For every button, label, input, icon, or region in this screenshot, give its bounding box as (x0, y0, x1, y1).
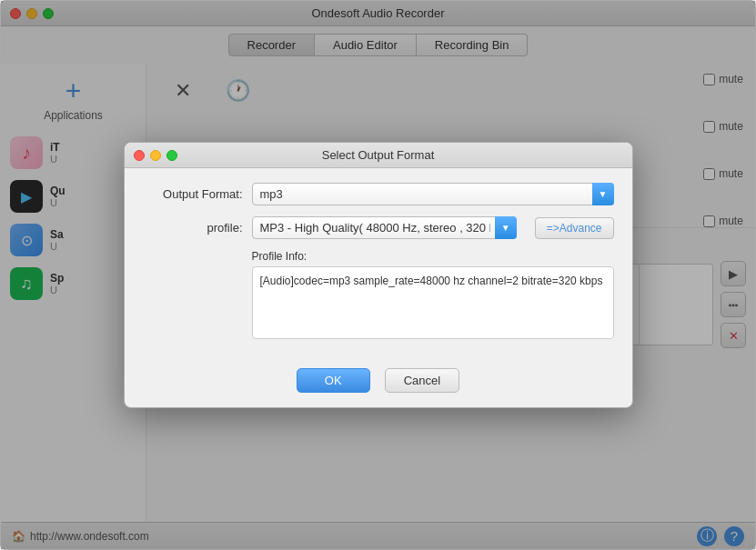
profile-info-label: Profile Info: (252, 250, 614, 263)
output-format-select[interactable]: mp3 (252, 183, 614, 205)
profile-row: profile: MP3 - High Quality( 48000 Hz, s… (143, 216, 614, 239)
modal-title-bar: Select Output Format (125, 143, 632, 168)
modal-title: Select Output Format (322, 148, 435, 162)
modal-footer: OK Cancel (125, 368, 632, 407)
ok-button[interactable]: OK (297, 368, 370, 393)
output-format-select-wrapper: mp3 ▼ (252, 183, 614, 205)
profile-info-text: [Audio]codec=mp3 sample_rate=48000 hz ch… (260, 275, 603, 287)
modal-maximize-button[interactable] (166, 150, 177, 161)
profile-select[interactable]: MP3 - High Quality( 48000 Hz, stereo , 3… (252, 216, 517, 239)
advance-button[interactable]: =>Advance (535, 217, 614, 239)
modal-traffic-lights (134, 150, 177, 161)
modal-overlay: Select Output Format Output Format: mp3 … (1, 1, 755, 549)
modal-close-button[interactable] (134, 150, 145, 161)
modal-body: Output Format: mp3 ▼ profile: MP3 - High… (125, 168, 632, 368)
cancel-button[interactable]: Cancel (385, 368, 459, 393)
profile-label: profile: (143, 221, 243, 235)
profile-info-box: [Audio]codec=mp3 sample_rate=48000 hz ch… (252, 266, 614, 339)
output-format-row: Output Format: mp3 ▼ (143, 183, 614, 205)
profile-select-wrapper: MP3 - High Quality( 48000 Hz, stereo , 3… (252, 216, 517, 239)
output-format-label: Output Format: (143, 187, 243, 201)
profile-info-section: Profile Info: [Audio]codec=mp3 sample_ra… (143, 250, 614, 339)
select-output-format-dialog: Select Output Format Output Format: mp3 … (124, 142, 633, 408)
modal-minimize-button[interactable] (150, 150, 161, 161)
main-window: Ondesoft Audio Recorder Recorder Audio E… (0, 0, 756, 550)
